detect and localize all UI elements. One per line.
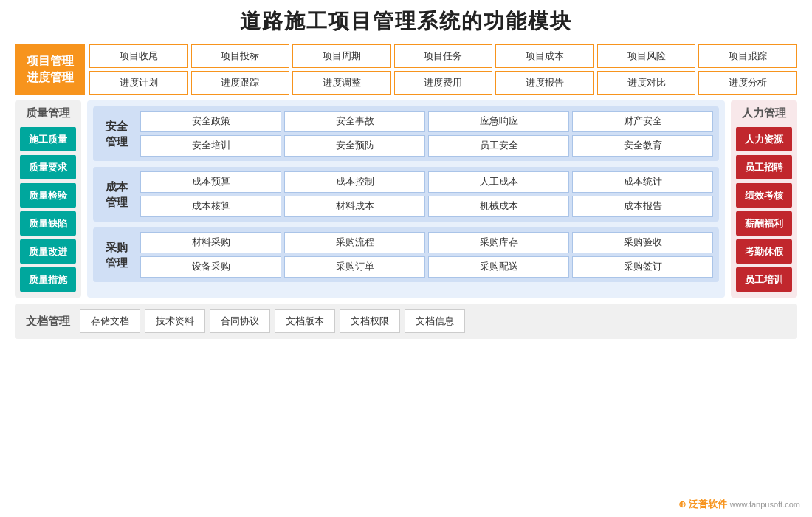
sub-cell[interactable]: 采购库存 <box>428 232 569 253</box>
hr-btn-5[interactable]: 员工培训 <box>736 267 792 292</box>
sub-cell[interactable]: 安全预防 <box>284 135 425 157</box>
top-cell[interactable]: 进度费用 <box>394 71 493 95</box>
sub-cell[interactable]: 安全政策 <box>140 111 281 132</box>
sub-cell[interactable]: 应急响应 <box>428 111 569 132</box>
top-cell[interactable]: 进度分析 <box>698 71 797 95</box>
sub-cell[interactable]: 设备采购 <box>140 256 281 278</box>
center-panel: 安全 管理 安全政策 安全事故 应急响应 财产安全 安全培训 安全预防 员工安全… <box>87 100 725 298</box>
top-cell[interactable]: 项目风险 <box>597 44 696 68</box>
watermark-url: www.fanpusoft.com <box>730 500 800 509</box>
middle-row: 质量管理 施工质量 质量要求 质量检验 质量缺陷 质量改进 质量措施 安全 管理… <box>15 100 797 298</box>
sub-cell[interactable]: 采购订单 <box>284 256 425 278</box>
sub-cell[interactable]: 成本报告 <box>572 196 713 217</box>
bottom-cell-5[interactable]: 文档信息 <box>405 309 465 333</box>
hr-btn-3[interactable]: 薪酬福利 <box>736 211 792 236</box>
top-cell[interactable]: 进度调整 <box>292 71 391 95</box>
hr-btn-1[interactable]: 员工招聘 <box>736 155 792 179</box>
bottom-cell-4[interactable]: 文档权限 <box>340 309 400 333</box>
cost-section: 成本 管理 成本预算 成本控制 人工成本 成本统计 成本核算 材料成本 机械成本… <box>93 167 719 222</box>
sub-cell[interactable]: 采购配送 <box>428 256 569 278</box>
sub-cell[interactable]: 采购验收 <box>572 232 713 253</box>
top-cell[interactable]: 项目投标 <box>191 44 290 68</box>
purchase-label: 采购 管理 <box>99 239 134 270</box>
top-cell[interactable]: 进度对比 <box>597 71 696 95</box>
sub-cell[interactable]: 机械成本 <box>428 196 569 217</box>
hr-panel: 人力管理 人力资源 员工招聘 绩效考核 薪酬福利 考勤休假 员工培训 <box>731 100 797 298</box>
sub-cell[interactable]: 安全事故 <box>284 111 425 132</box>
top-cell[interactable]: 项目收尾 <box>89 44 188 68</box>
bottom-row: 文档管理 存储文档 技术资料 合同协议 文档版本 文档权限 文档信息 <box>15 304 797 339</box>
sub-cell[interactable]: 员工安全 <box>428 135 569 157</box>
quality-btn-4[interactable]: 质量改进 <box>20 239 76 264</box>
quality-panel: 质量管理 施工质量 质量要求 质量检验 质量缺陷 质量改进 质量措施 <box>15 100 81 298</box>
sub-cell[interactable]: 材料采购 <box>140 232 281 253</box>
top-cell[interactable]: 项目周期 <box>292 44 391 68</box>
hr-btn-0[interactable]: 人力资源 <box>736 127 792 151</box>
quality-btn-5[interactable]: 质量措施 <box>20 267 76 292</box>
cost-label: 成本 管理 <box>99 179 134 210</box>
top-cell[interactable]: 项目成本 <box>495 44 594 68</box>
top-cell[interactable]: 进度报告 <box>495 71 594 95</box>
safety-label: 安全 管理 <box>99 118 134 149</box>
sub-cell[interactable]: 安全培训 <box>140 135 281 157</box>
watermark-logo: ⊕ 泛普软件 <box>678 498 727 511</box>
quality-btn-2[interactable]: 质量检验 <box>20 183 76 208</box>
top-cell[interactable]: 项目跟踪 <box>698 44 797 68</box>
top-cell[interactable]: 进度计划 <box>89 71 188 95</box>
sub-cell[interactable]: 财产安全 <box>572 111 713 132</box>
safety-section: 安全 管理 安全政策 安全事故 应急响应 财产安全 安全培训 安全预防 员工安全… <box>93 106 719 161</box>
top-cell[interactable]: 项目任务 <box>394 44 493 68</box>
bottom-cells: 存储文档 技术资料 合同协议 文档版本 文档权限 文档信息 <box>80 309 790 333</box>
page-title: 道路施工项目管理系统的功能模块 <box>15 7 797 35</box>
bottom-cell-1[interactable]: 技术资料 <box>145 309 205 333</box>
sub-cell[interactable]: 成本预算 <box>140 171 281 193</box>
top-label: 项目管理进度管理 <box>15 44 85 95</box>
bottom-label: 文档管理 <box>22 315 74 329</box>
sub-cell[interactable]: 人工成本 <box>428 171 569 193</box>
sub-cell[interactable]: 采购签订 <box>572 256 713 278</box>
bottom-cell-3[interactable]: 文档版本 <box>275 309 335 333</box>
top-cell[interactable]: 进度跟踪 <box>191 71 290 95</box>
hr-btn-4[interactable]: 考勤休假 <box>736 239 792 264</box>
bottom-cell-2[interactable]: 合同协议 <box>210 309 270 333</box>
sub-cell[interactable]: 成本统计 <box>572 171 713 193</box>
safety-grid: 安全政策 安全事故 应急响应 财产安全 安全培训 安全预防 员工安全 安全教育 <box>140 111 713 157</box>
purchase-grid: 材料采购 采购流程 采购库存 采购验收 设备采购 采购订单 采购配送 采购签订 <box>140 232 713 278</box>
hr-title: 人力管理 <box>742 106 786 120</box>
quality-btn-0[interactable]: 施工质量 <box>20 127 76 151</box>
sub-cell[interactable]: 成本控制 <box>284 171 425 193</box>
quality-title: 质量管理 <box>26 106 70 120</box>
quality-btn-3[interactable]: 质量缺陷 <box>20 211 76 236</box>
top-grid: 项目收尾 项目投标 项目周期 项目任务 项目成本 项目风险 项目跟踪 进度计划 … <box>89 44 797 95</box>
cost-grid: 成本预算 成本控制 人工成本 成本统计 成本核算 材料成本 机械成本 成本报告 <box>140 171 713 217</box>
watermark: ⊕ 泛普软件 www.fanpusoft.com <box>678 498 800 511</box>
sub-cell[interactable]: 材料成本 <box>284 196 425 217</box>
purchase-section: 采购 管理 材料采购 采购流程 采购库存 采购验收 设备采购 采购订单 采购配送… <box>93 227 719 282</box>
top-row: 项目管理进度管理 项目收尾 项目投标 项目周期 项目任务 项目成本 项目风险 项… <box>15 44 797 95</box>
sub-cell[interactable]: 成本核算 <box>140 196 281 217</box>
hr-btn-2[interactable]: 绩效考核 <box>736 183 792 208</box>
sub-cell[interactable]: 采购流程 <box>284 232 425 253</box>
bottom-cell-0[interactable]: 存储文档 <box>80 309 140 333</box>
sub-cell[interactable]: 安全教育 <box>572 135 713 157</box>
quality-btn-1[interactable]: 质量要求 <box>20 155 76 179</box>
